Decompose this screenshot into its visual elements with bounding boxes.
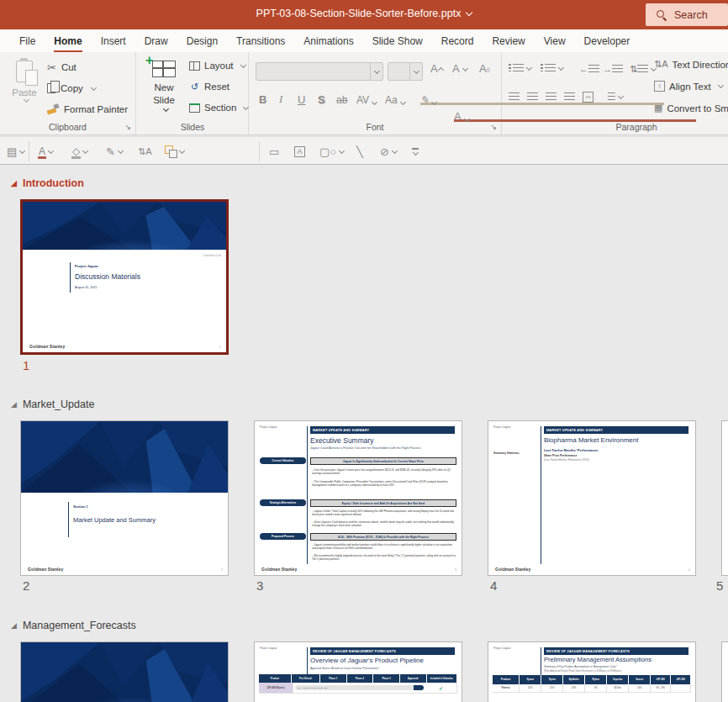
tab-animations[interactable]: Animations xyxy=(294,35,362,52)
slide-thumbnail-7[interactable]: Project Jaguar REVIEW OF JAGUAR MANAGEME… xyxy=(254,641,462,702)
section-button[interactable]: Section xyxy=(189,99,248,116)
shapes-tool[interactable]: ▢○ xyxy=(319,142,344,161)
slide-thumbnail-5[interactable] xyxy=(721,420,728,576)
align-center-button[interactable] xyxy=(527,92,538,102)
slide-thumbnail-4[interactable]: Project Jaguar Summary Statistics MARKET… xyxy=(488,420,696,576)
group-font: A A A◊ B I U S ab AV Aa ✎ A Font ↘ xyxy=(249,52,502,135)
tab-record[interactable]: Record xyxy=(432,35,483,52)
tab-home[interactable]: Home xyxy=(45,35,91,52)
copy-icon xyxy=(47,83,55,93)
text-box-tool[interactable]: A xyxy=(294,142,305,161)
bullets-icon xyxy=(509,64,511,73)
cut-button[interactable]: ✂ Cut xyxy=(47,59,76,76)
chevron-down-icon xyxy=(462,66,468,71)
align-left-button[interactable] xyxy=(509,92,520,102)
columns-distribute-button[interactable]: ⇿ xyxy=(583,92,593,103)
text-shadow-button[interactable]: S xyxy=(318,89,325,106)
tab-transitions[interactable]: Transitions xyxy=(227,35,294,52)
tab-draw[interactable]: Draw xyxy=(135,35,177,52)
format-painter-icon xyxy=(47,103,59,115)
document-title[interactable]: PPT-03-08-Section-Slide-Sorter-Before.pp… xyxy=(0,8,728,19)
justify-button[interactable] xyxy=(564,92,575,102)
decrease-indent-button[interactable]: ← xyxy=(579,64,599,74)
slide-thumbnail-1[interactable]: Confidential Draft Project Jaguar Discus… xyxy=(20,199,229,355)
toolbar-overflow-button[interactable] xyxy=(412,142,419,161)
bullets-button[interactable] xyxy=(509,64,531,73)
oval-tool[interactable]: ⊘ xyxy=(380,142,397,161)
arrange-shapes-button[interactable]: ▤ xyxy=(7,142,24,161)
paste-button[interactable]: Paste xyxy=(5,57,44,123)
chevron-up-icon xyxy=(438,67,444,73)
slide-thumbnail-6[interactable] xyxy=(20,641,229,702)
clipboard-icon xyxy=(16,61,33,82)
collapse-triangle-icon[interactable]: ◢ xyxy=(11,179,17,187)
arrange-objects-button[interactable] xyxy=(165,142,184,161)
tab-insert[interactable]: Insert xyxy=(92,35,135,52)
text-direction-button[interactable]: ⇅AText Direction xyxy=(654,59,728,70)
chevron-down-icon xyxy=(118,147,124,153)
copy-button[interactable]: Copy xyxy=(47,80,96,97)
slide-thumbnail-2[interactable]: Section 1 Market Update and Summary Gold… xyxy=(20,420,229,576)
slide-thumbnail-3[interactable]: Project Jaguar MARKET UPDATE AND SUMMARY… xyxy=(254,420,462,576)
powerpoint-window: PPT-03-08-Section-Slide-Sorter-Before.pp… xyxy=(0,0,728,702)
chevron-down-icon xyxy=(392,147,398,153)
change-case-button[interactable]: Aa xyxy=(385,89,405,106)
italic-button[interactable]: I xyxy=(279,89,282,106)
shrink-font-button[interactable]: A xyxy=(452,62,467,75)
font-size-combobox[interactable] xyxy=(388,62,423,81)
format-painter-button[interactable]: Format Painter xyxy=(47,101,128,118)
new-slide-button[interactable]: + New Slide xyxy=(144,57,184,124)
grow-font-button[interactable]: A xyxy=(430,62,443,75)
search-icon xyxy=(656,9,667,20)
ribbon: Paste ✂ Cut Copy Format Painter Clipboar… xyxy=(0,52,728,135)
text-box-icon: A xyxy=(294,146,305,157)
line-spacing-button[interactable]: ⇅ xyxy=(630,64,656,75)
chevron-down-icon xyxy=(718,82,724,88)
rectangle-tool[interactable]: ▭ xyxy=(269,142,279,161)
tab-review[interactable]: Review xyxy=(483,35,534,52)
layout-button[interactable]: Layout xyxy=(189,57,245,74)
chevron-down-icon xyxy=(618,93,624,99)
chevron-down-icon xyxy=(372,99,377,105)
convert-to-smartart-button[interactable]: ▦Convert to SmartArt xyxy=(654,103,728,113)
search-box[interactable]: Search xyxy=(646,3,728,26)
collapse-triangle-icon[interactable]: ◢ xyxy=(11,621,17,630)
font-name-combobox[interactable] xyxy=(256,62,383,81)
section-header-market-update[interactable]: ◢ Market_Update xyxy=(11,399,94,410)
shape-fill-button[interactable]: ◇ xyxy=(72,142,87,161)
paragraph-group-label: Paragraph xyxy=(552,122,720,132)
bold-button[interactable]: B xyxy=(259,89,266,106)
tab-view[interactable]: View xyxy=(535,35,575,52)
pipeline-table-row: JZP-458 (Rylaze) FDA Approval in June 20… xyxy=(259,683,457,694)
tab-developer[interactable]: Developer xyxy=(575,35,640,52)
section-banner-art xyxy=(21,421,228,493)
align-text-button[interactable]: ↕Align Text xyxy=(654,81,723,92)
underline-button[interactable]: U xyxy=(298,89,305,106)
character-spacing-button[interactable]: AV xyxy=(356,89,377,106)
distribute-icon: ⇿ xyxy=(583,92,593,103)
font-color-button-2[interactable]: A xyxy=(39,142,53,161)
text-direction-icon: ⇅A xyxy=(654,59,668,70)
clear-formatting-button[interactable]: A◊ xyxy=(479,62,490,75)
clipboard-dialog-launcher-icon[interactable]: ↘ xyxy=(124,123,131,131)
section-header-management-forecasts[interactable]: ◢ Management_Forecasts xyxy=(11,620,136,631)
tab-design[interactable]: Design xyxy=(177,35,227,52)
check-icon: ✓ xyxy=(439,685,443,691)
shape-outline-button[interactable]: ✎ xyxy=(106,142,123,161)
font-dialog-launcher-icon[interactable]: ↘ xyxy=(490,123,497,131)
numbering-button[interactable] xyxy=(541,64,563,73)
collapse-triangle-icon[interactable]: ◢ xyxy=(11,400,17,409)
text-direction-button-2[interactable]: ⇅A xyxy=(138,142,152,161)
slide-thumbnail-8[interactable]: Project Jaguar REVIEW OF JAGUAR MANAGEME… xyxy=(488,641,696,702)
reset-button[interactable]: ↺ Reset xyxy=(189,78,229,95)
slide-thumbnail-9[interactable] xyxy=(721,641,728,702)
increase-indent-button[interactable]: → xyxy=(603,64,623,74)
tab-slide-show[interactable]: Slide Show xyxy=(363,35,432,52)
align-right-button[interactable] xyxy=(546,92,557,102)
section-header-introduction[interactable]: ◢ Introduction xyxy=(11,177,84,189)
chevron-down-icon xyxy=(162,106,168,112)
tab-file[interactable]: File xyxy=(10,35,45,52)
line-tool[interactable]: ╲ xyxy=(356,142,363,161)
strikethrough-button[interactable]: ab xyxy=(336,89,347,106)
columns-button[interactable] xyxy=(608,92,623,102)
